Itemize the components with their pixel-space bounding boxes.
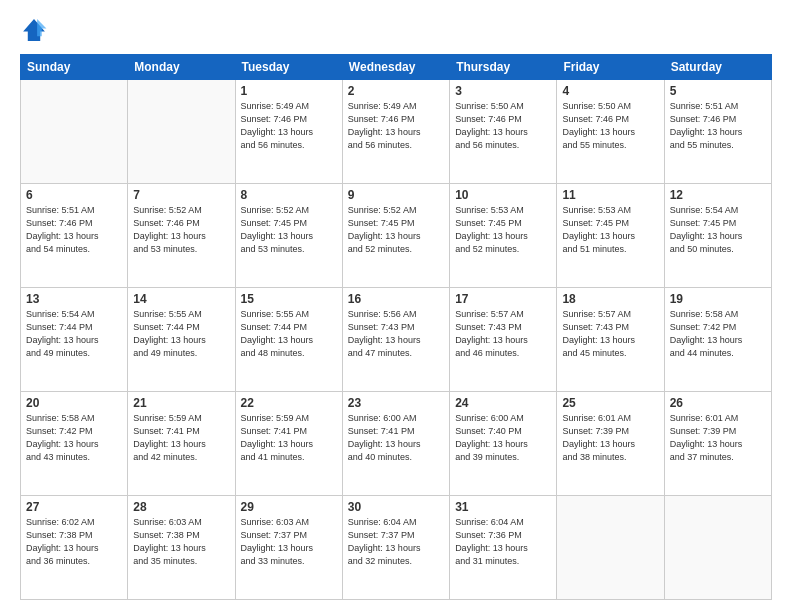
day-info: Sunrise: 5:58 AM Sunset: 7:42 PM Dayligh… [670, 308, 766, 360]
day-info: Sunrise: 5:52 AM Sunset: 7:45 PM Dayligh… [241, 204, 337, 256]
day-number: 14 [133, 292, 229, 306]
day-number: 11 [562, 188, 658, 202]
table-row: 26Sunrise: 6:01 AM Sunset: 7:39 PM Dayli… [664, 392, 771, 496]
table-row: 7Sunrise: 5:52 AM Sunset: 7:46 PM Daylig… [128, 184, 235, 288]
day-number: 24 [455, 396, 551, 410]
day-number: 15 [241, 292, 337, 306]
day-info: Sunrise: 6:02 AM Sunset: 7:38 PM Dayligh… [26, 516, 122, 568]
table-row: 29Sunrise: 6:03 AM Sunset: 7:37 PM Dayli… [235, 496, 342, 600]
day-info: Sunrise: 5:54 AM Sunset: 7:44 PM Dayligh… [26, 308, 122, 360]
table-row: 3Sunrise: 5:50 AM Sunset: 7:46 PM Daylig… [450, 80, 557, 184]
day-info: Sunrise: 5:51 AM Sunset: 7:46 PM Dayligh… [670, 100, 766, 152]
table-row [128, 80, 235, 184]
table-row: 27Sunrise: 6:02 AM Sunset: 7:38 PM Dayli… [21, 496, 128, 600]
calendar-week-row: 20Sunrise: 5:58 AM Sunset: 7:42 PM Dayli… [21, 392, 772, 496]
logo-icon [20, 16, 48, 44]
day-number: 16 [348, 292, 444, 306]
day-info: Sunrise: 5:55 AM Sunset: 7:44 PM Dayligh… [133, 308, 229, 360]
logo [20, 16, 52, 44]
day-number: 30 [348, 500, 444, 514]
table-row [664, 496, 771, 600]
table-row: 23Sunrise: 6:00 AM Sunset: 7:41 PM Dayli… [342, 392, 449, 496]
day-info: Sunrise: 5:50 AM Sunset: 7:46 PM Dayligh… [455, 100, 551, 152]
table-row: 11Sunrise: 5:53 AM Sunset: 7:45 PM Dayli… [557, 184, 664, 288]
calendar-week-row: 13Sunrise: 5:54 AM Sunset: 7:44 PM Dayli… [21, 288, 772, 392]
day-number: 21 [133, 396, 229, 410]
day-info: Sunrise: 5:59 AM Sunset: 7:41 PM Dayligh… [133, 412, 229, 464]
day-info: Sunrise: 5:59 AM Sunset: 7:41 PM Dayligh… [241, 412, 337, 464]
day-info: Sunrise: 5:53 AM Sunset: 7:45 PM Dayligh… [455, 204, 551, 256]
table-row: 6Sunrise: 5:51 AM Sunset: 7:46 PM Daylig… [21, 184, 128, 288]
day-number: 8 [241, 188, 337, 202]
day-info: Sunrise: 6:00 AM Sunset: 7:40 PM Dayligh… [455, 412, 551, 464]
table-row: 4Sunrise: 5:50 AM Sunset: 7:46 PM Daylig… [557, 80, 664, 184]
day-number: 3 [455, 84, 551, 98]
day-number: 18 [562, 292, 658, 306]
day-info: Sunrise: 5:52 AM Sunset: 7:45 PM Dayligh… [348, 204, 444, 256]
calendar-week-row: 1Sunrise: 5:49 AM Sunset: 7:46 PM Daylig… [21, 80, 772, 184]
day-number: 4 [562, 84, 658, 98]
day-number: 28 [133, 500, 229, 514]
header-wednesday: Wednesday [342, 55, 449, 80]
day-info: Sunrise: 6:03 AM Sunset: 7:38 PM Dayligh… [133, 516, 229, 568]
day-info: Sunrise: 5:50 AM Sunset: 7:46 PM Dayligh… [562, 100, 658, 152]
table-row: 21Sunrise: 5:59 AM Sunset: 7:41 PM Dayli… [128, 392, 235, 496]
page: Sunday Monday Tuesday Wednesday Thursday… [0, 0, 792, 612]
day-number: 22 [241, 396, 337, 410]
day-info: Sunrise: 5:56 AM Sunset: 7:43 PM Dayligh… [348, 308, 444, 360]
day-info: Sunrise: 5:52 AM Sunset: 7:46 PM Dayligh… [133, 204, 229, 256]
table-row: 19Sunrise: 5:58 AM Sunset: 7:42 PM Dayli… [664, 288, 771, 392]
day-number: 5 [670, 84, 766, 98]
table-row: 30Sunrise: 6:04 AM Sunset: 7:37 PM Dayli… [342, 496, 449, 600]
day-number: 23 [348, 396, 444, 410]
header [20, 16, 772, 44]
day-info: Sunrise: 5:57 AM Sunset: 7:43 PM Dayligh… [455, 308, 551, 360]
day-number: 26 [670, 396, 766, 410]
day-info: Sunrise: 6:03 AM Sunset: 7:37 PM Dayligh… [241, 516, 337, 568]
day-number: 7 [133, 188, 229, 202]
header-friday: Friday [557, 55, 664, 80]
table-row [21, 80, 128, 184]
table-row: 9Sunrise: 5:52 AM Sunset: 7:45 PM Daylig… [342, 184, 449, 288]
weekday-header-row: Sunday Monday Tuesday Wednesday Thursday… [21, 55, 772, 80]
day-info: Sunrise: 6:01 AM Sunset: 7:39 PM Dayligh… [562, 412, 658, 464]
table-row: 17Sunrise: 5:57 AM Sunset: 7:43 PM Dayli… [450, 288, 557, 392]
table-row: 24Sunrise: 6:00 AM Sunset: 7:40 PM Dayli… [450, 392, 557, 496]
table-row: 10Sunrise: 5:53 AM Sunset: 7:45 PM Dayli… [450, 184, 557, 288]
header-tuesday: Tuesday [235, 55, 342, 80]
day-number: 6 [26, 188, 122, 202]
calendar-table: Sunday Monday Tuesday Wednesday Thursday… [20, 54, 772, 600]
table-row: 5Sunrise: 5:51 AM Sunset: 7:46 PM Daylig… [664, 80, 771, 184]
day-info: Sunrise: 5:49 AM Sunset: 7:46 PM Dayligh… [348, 100, 444, 152]
day-number: 27 [26, 500, 122, 514]
day-info: Sunrise: 5:54 AM Sunset: 7:45 PM Dayligh… [670, 204, 766, 256]
header-sunday: Sunday [21, 55, 128, 80]
day-number: 13 [26, 292, 122, 306]
day-number: 25 [562, 396, 658, 410]
header-saturday: Saturday [664, 55, 771, 80]
table-row [557, 496, 664, 600]
svg-marker-1 [37, 19, 46, 36]
day-info: Sunrise: 5:53 AM Sunset: 7:45 PM Dayligh… [562, 204, 658, 256]
day-number: 20 [26, 396, 122, 410]
day-number: 12 [670, 188, 766, 202]
day-number: 10 [455, 188, 551, 202]
calendar-week-row: 6Sunrise: 5:51 AM Sunset: 7:46 PM Daylig… [21, 184, 772, 288]
day-number: 1 [241, 84, 337, 98]
table-row: 1Sunrise: 5:49 AM Sunset: 7:46 PM Daylig… [235, 80, 342, 184]
day-number: 17 [455, 292, 551, 306]
day-number: 2 [348, 84, 444, 98]
day-number: 29 [241, 500, 337, 514]
table-row: 22Sunrise: 5:59 AM Sunset: 7:41 PM Dayli… [235, 392, 342, 496]
day-number: 31 [455, 500, 551, 514]
day-info: Sunrise: 5:58 AM Sunset: 7:42 PM Dayligh… [26, 412, 122, 464]
calendar-week-row: 27Sunrise: 6:02 AM Sunset: 7:38 PM Dayli… [21, 496, 772, 600]
table-row: 18Sunrise: 5:57 AM Sunset: 7:43 PM Dayli… [557, 288, 664, 392]
day-info: Sunrise: 6:04 AM Sunset: 7:37 PM Dayligh… [348, 516, 444, 568]
table-row: 20Sunrise: 5:58 AM Sunset: 7:42 PM Dayli… [21, 392, 128, 496]
header-monday: Monday [128, 55, 235, 80]
table-row: 31Sunrise: 6:04 AM Sunset: 7:36 PM Dayli… [450, 496, 557, 600]
table-row: 13Sunrise: 5:54 AM Sunset: 7:44 PM Dayli… [21, 288, 128, 392]
header-thursday: Thursday [450, 55, 557, 80]
table-row: 25Sunrise: 6:01 AM Sunset: 7:39 PM Dayli… [557, 392, 664, 496]
